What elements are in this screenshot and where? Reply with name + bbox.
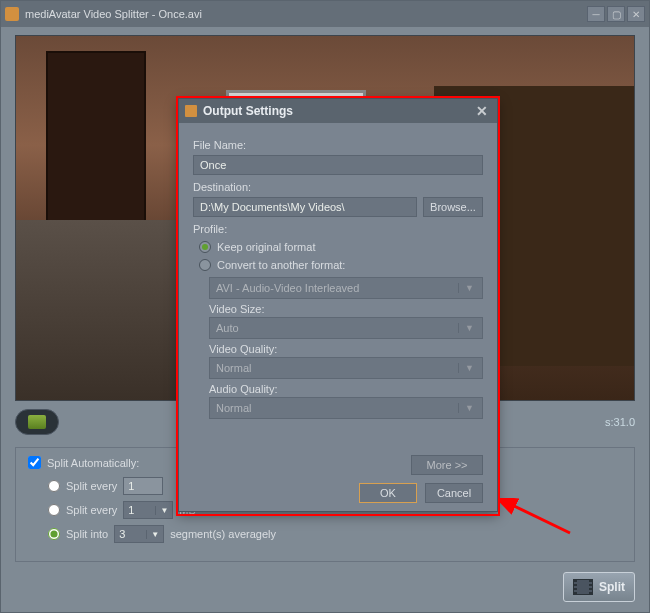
- split-every-size-select[interactable]: 1▼: [123, 501, 173, 519]
- radio-selected-icon: [199, 241, 211, 253]
- split-auto-checkbox[interactable]: [28, 456, 41, 469]
- chevron-down-icon: ▼: [146, 530, 159, 539]
- chevron-down-icon: ▼: [458, 363, 476, 373]
- chevron-down-icon: ▼: [458, 323, 476, 333]
- film-icon: [573, 579, 593, 595]
- more-button[interactable]: More >>: [411, 455, 483, 475]
- close-button[interactable]: ✕: [627, 6, 645, 22]
- split-into-select[interactable]: 3▼: [114, 525, 164, 543]
- split-into-suffix: segment(s) averagely: [170, 528, 276, 540]
- profile-label: Profile:: [193, 223, 483, 235]
- audio-quality-label: Audio Quality:: [209, 383, 483, 395]
- filename-input[interactable]: [193, 155, 483, 175]
- video-quality-label: Video Quality:: [209, 343, 483, 355]
- dialog-title: Output Settings: [203, 104, 293, 118]
- split-button[interactable]: Split: [563, 572, 635, 602]
- dialog-titlebar: Output Settings ✕: [179, 99, 497, 123]
- audio-quality-select[interactable]: Normal ▼: [209, 397, 483, 419]
- window-title: mediAvatar Video Splitter - Once.avi: [25, 8, 587, 20]
- app-icon: [5, 7, 19, 21]
- convert-format-radio[interactable]: Convert to another format:: [199, 259, 483, 271]
- split-every-size-radio[interactable]: [48, 504, 60, 516]
- video-size-label: Video Size:: [209, 303, 483, 315]
- dialog-icon: [185, 105, 197, 117]
- dialog-close-button[interactable]: ✕: [473, 103, 491, 119]
- split-every-size-label: Split every: [66, 504, 117, 516]
- split-into-radio[interactable]: [48, 528, 60, 540]
- browse-button[interactable]: Browse...: [423, 197, 483, 217]
- open-folder-button[interactable]: [15, 409, 59, 435]
- split-into-label: Split into: [66, 528, 108, 540]
- minimize-button[interactable]: ─: [587, 6, 605, 22]
- chevron-down-icon: ▼: [458, 283, 476, 293]
- radio-icon: [199, 259, 211, 271]
- destination-label: Destination:: [193, 181, 483, 193]
- time-label: s:31.0: [605, 416, 635, 428]
- ok-button[interactable]: OK: [359, 483, 417, 503]
- cancel-button[interactable]: Cancel: [425, 483, 483, 503]
- split-every-time-label: Split every: [66, 480, 117, 492]
- split-every-time-input[interactable]: [123, 477, 163, 495]
- output-settings-dialog: Output Settings ✕ File Name: Destination…: [178, 98, 498, 512]
- filename-label: File Name:: [193, 139, 483, 151]
- video-size-select[interactable]: Auto ▼: [209, 317, 483, 339]
- keep-format-radio[interactable]: Keep original format: [199, 241, 483, 253]
- chevron-down-icon: ▼: [155, 506, 168, 515]
- maximize-button[interactable]: ▢: [607, 6, 625, 22]
- format-select[interactable]: AVI - Audio-Video Interleaved ▼: [209, 277, 483, 299]
- titlebar: mediAvatar Video Splitter - Once.avi ─ ▢…: [1, 1, 649, 27]
- folder-icon: [28, 415, 46, 429]
- split-auto-label: Split Automatically:: [47, 457, 139, 469]
- split-every-time-radio[interactable]: [48, 480, 60, 492]
- destination-input[interactable]: [193, 197, 417, 217]
- video-quality-select[interactable]: Normal ▼: [209, 357, 483, 379]
- chevron-down-icon: ▼: [458, 403, 476, 413]
